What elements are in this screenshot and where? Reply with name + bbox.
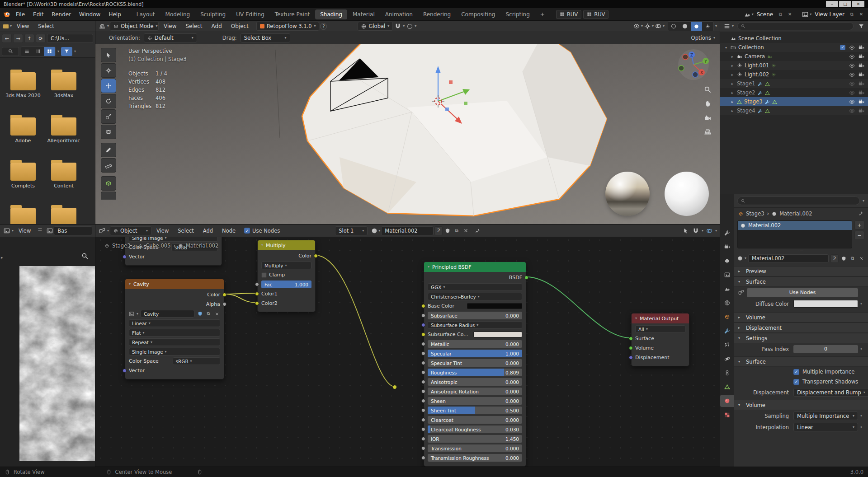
subsurface-radius-socket[interactable] (421, 323, 425, 327)
pan-hand-icon[interactable] (704, 100, 712, 108)
node-menu-view[interactable]: View (152, 228, 173, 234)
panel-expand-arrow[interactable]: ▸ (1, 255, 3, 260)
animate-dot[interactable]: • (858, 413, 864, 418)
hide-eye-icon[interactable] (849, 63, 855, 69)
zoom-icon[interactable] (81, 253, 89, 260)
breadcrumb-object[interactable]: Stage3 (746, 210, 764, 217)
options-label[interactable]: Options (691, 35, 711, 41)
tab-physics[interactable] (720, 353, 734, 365)
workspace-tab-animation[interactable]: Animation (380, 9, 418, 19)
section-preview[interactable]: ▸Preview (734, 266, 868, 276)
display-vertical-list-button[interactable] (21, 47, 33, 56)
snap-magnet-icon[interactable] (394, 22, 402, 30)
folder-item[interactable]: 3ds Max 2020 (4, 72, 42, 98)
disable-render-camera-icon[interactable] (859, 81, 864, 87)
transmission-socket[interactable] (421, 446, 425, 450)
menu-help[interactable]: Help (104, 11, 125, 18)
reroute-node[interactable] (393, 385, 397, 389)
chevron-down-icon[interactable]: ▾ (663, 24, 665, 28)
interpolation-dropdown[interactable]: Linear ▾ (793, 423, 858, 431)
chevron-down-icon[interactable]: ▾ (57, 50, 59, 53)
collapse-icon[interactable]: ▾ (635, 317, 637, 320)
tool-transform[interactable] (101, 125, 116, 139)
specular-tint-slider[interactable]: Specular Tint0.000 (428, 359, 522, 367)
tab-object-data[interactable] (720, 381, 734, 393)
fake-user-shield-icon[interactable] (197, 310, 203, 318)
menu-edit[interactable]: Edit (29, 11, 47, 18)
drag-dropdown[interactable]: Select Box ▾ (241, 33, 290, 42)
hide-eye-icon[interactable] (849, 90, 855, 96)
folder-item[interactable] (4, 208, 42, 224)
disable-render-camera-icon[interactable] (859, 63, 864, 69)
new-material-icon[interactable]: ⧉ (453, 227, 461, 235)
alpha-output-socket[interactable] (222, 302, 226, 306)
unlink-image-icon[interactable] (214, 310, 220, 318)
outliner-row-stage1[interactable]: ▸ Stage1 (720, 79, 868, 88)
editor-type-icon[interactable] (723, 22, 731, 30)
transmission-slider[interactable]: Transmission0.000 (428, 444, 522, 452)
use-nodes-checkbox[interactable]: ✓ (244, 228, 250, 234)
hide-eye-icon[interactable] (849, 81, 855, 87)
scene-name[interactable]: Scene (757, 11, 774, 18)
sheen-slider[interactable]: Sheen0.000 (428, 397, 522, 405)
shader-type-dropdown[interactable]: Object ▾ (110, 226, 151, 235)
displacement-method-dropdown[interactable]: Displacement and Bump ▾ (793, 388, 868, 397)
section-surface[interactable]: ▾Surface (734, 276, 868, 287)
filebrowser-menu-select[interactable]: Select (34, 23, 58, 29)
clamp-checkbox[interactable] (261, 272, 267, 278)
sheen-tint-socket[interactable] (421, 408, 425, 412)
chevron-down-icon[interactable]: ▾ (702, 229, 703, 233)
tool-move[interactable] (101, 79, 116, 93)
folder-item[interactable]: Allegorithmic (44, 117, 83, 144)
display-horizontal-list-button[interactable] (33, 47, 44, 56)
workspace-tab-uv-editing[interactable]: UV Editing (231, 9, 269, 19)
clearcoat-roughness-slider[interactable]: Clearcoat Roughness0.030 (428, 426, 522, 433)
tab-view-layer[interactable] (720, 269, 734, 281)
shading-wireframe-button[interactable] (668, 22, 679, 31)
view-layer-name[interactable]: View Layer (815, 11, 844, 18)
multiply-mix-node[interactable]: ▾ Multiply Color Multiply▾ Clamp Fac (257, 240, 316, 312)
unlink-material-icon[interactable] (858, 254, 864, 262)
animate-dot[interactable]: • (858, 346, 864, 351)
shading-material-preview-button[interactable] (691, 22, 702, 31)
expand-arrow[interactable]: ▸ (730, 64, 735, 68)
metallic-socket[interactable] (421, 342, 425, 346)
chevron-down-icon[interactable]: ▾ (641, 24, 643, 28)
folder-item[interactable] (44, 208, 83, 224)
expand-arrow[interactable]: ▸ (730, 82, 735, 86)
workspace-tab-modeling[interactable]: Modeling (160, 9, 195, 19)
specular-tint-socket[interactable] (421, 361, 425, 365)
anisotropic-socket[interactable] (421, 380, 425, 384)
slot-dropdown[interactable]: Slot 1 ▾ (335, 226, 368, 235)
volume-socket[interactable] (629, 346, 633, 350)
mode-selector[interactable]: Object Mode ▾ (110, 22, 159, 31)
workspace-tab-compositing[interactable]: Compositing (456, 9, 500, 19)
users-count-button[interactable]: 2 (830, 254, 839, 263)
menu-render[interactable]: Render (47, 11, 75, 18)
ruv-addon-button-2[interactable]: RUV (583, 10, 609, 19)
shading-rendered-button[interactable] (702, 22, 713, 31)
outliner-row-light-001[interactable]: ▸ Light.001 (720, 61, 868, 70)
disable-render-camera-icon[interactable] (859, 54, 864, 60)
chevron-down-icon[interactable]: ▾ (378, 229, 380, 233)
transmission-roughness-slider[interactable]: Transmission Roughness0.000 (428, 454, 522, 462)
collapse-icon[interactable]: ▾ (261, 243, 263, 247)
add-workspace-button[interactable]: + (535, 9, 550, 19)
gizmos-icon[interactable] (644, 23, 651, 29)
clearcoat-roughness-socket[interactable] (421, 427, 425, 431)
section-settings[interactable]: ▾Settings (734, 333, 868, 343)
workspace-tab-layout[interactable]: Layout (132, 9, 160, 19)
disable-render-camera-icon[interactable] (859, 108, 864, 114)
clearcoat-slider[interactable]: Clearcoat0.000 (428, 416, 522, 424)
multiple-importance-checkbox[interactable]: ✓ (793, 369, 799, 375)
section-volume[interactable]: ▸Volume (734, 312, 868, 323)
roughness-socket[interactable] (421, 370, 425, 374)
hide-eye-icon[interactable] (849, 45, 855, 51)
workspace-tab-sculpting[interactable]: Sculpting (195, 9, 231, 19)
nav-refresh-button[interactable]: ⟳ (36, 34, 46, 43)
image-browse-icon[interactable] (47, 228, 53, 234)
disable-render-camera-icon[interactable] (859, 72, 864, 78)
outliner-search-input[interactable] (737, 22, 854, 30)
fac-socket[interactable] (255, 282, 259, 286)
color2-socket[interactable] (255, 301, 259, 305)
